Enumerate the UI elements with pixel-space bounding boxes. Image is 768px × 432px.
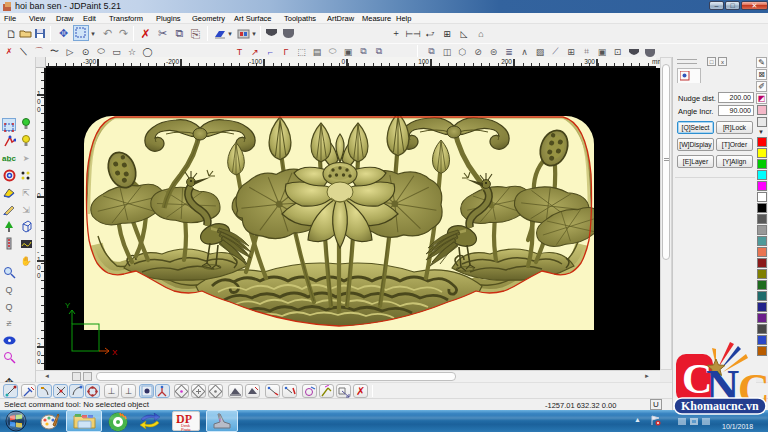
svg-text:Khomaucnc.vn: Khomaucnc.vn — [681, 399, 759, 413]
svg-text:X: X — [112, 348, 118, 357]
svg-text:Y: Y — [65, 301, 71, 310]
